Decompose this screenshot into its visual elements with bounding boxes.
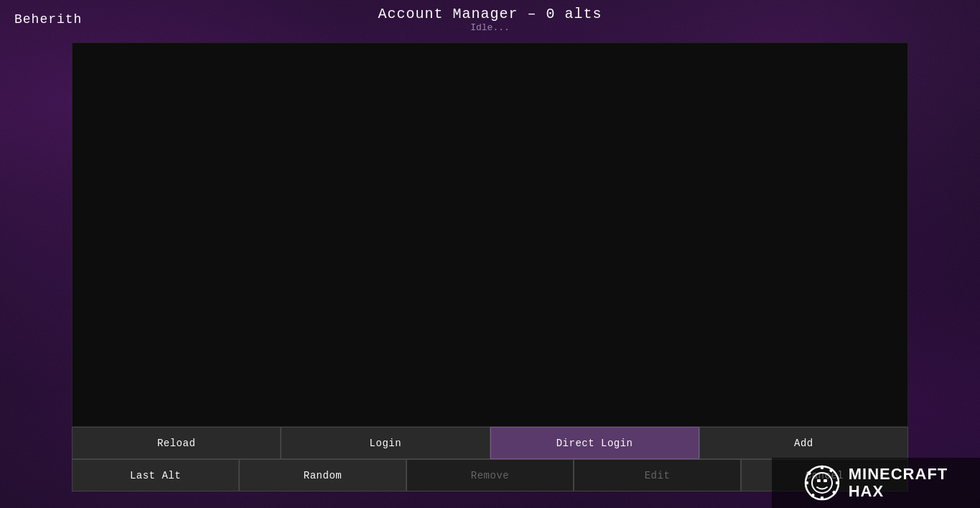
header: Beherith Account Manager – 0 alts Idle..… bbox=[0, 0, 980, 39]
main-title: Account Manager – 0 alts bbox=[378, 6, 602, 22]
svg-rect-4 bbox=[836, 481, 839, 484]
logo-line2: HAX bbox=[849, 483, 948, 500]
direct-login-button[interactable]: Direct Login bbox=[490, 427, 699, 459]
reload-button[interactable]: Reload bbox=[72, 427, 281, 459]
svg-point-9 bbox=[812, 473, 832, 493]
login-button[interactable]: Login bbox=[281, 427, 490, 459]
logo-icon bbox=[804, 465, 840, 501]
remove-button: Remove bbox=[406, 459, 574, 491]
logo-text: MINECRAFT HAX bbox=[849, 466, 948, 500]
logo-line1: MINECRAFT bbox=[849, 466, 948, 483]
svg-rect-3 bbox=[805, 481, 808, 484]
title-area: Account Manager – 0 alts Idle... bbox=[378, 6, 602, 33]
svg-rect-2 bbox=[821, 497, 823, 500]
status-text: Idle... bbox=[378, 22, 602, 33]
add-button[interactable]: Add bbox=[699, 427, 908, 459]
last-alt-button[interactable]: Last Alt bbox=[72, 459, 239, 491]
svg-rect-11 bbox=[823, 479, 827, 482]
account-list-panel bbox=[72, 42, 908, 427]
logo-area: MINECRAFT HAX bbox=[772, 458, 980, 508]
main-content: Reload Login Direct Login Add Last Alt R… bbox=[0, 39, 980, 508]
svg-point-0 bbox=[806, 466, 839, 499]
random-button[interactable]: Random bbox=[239, 459, 406, 491]
svg-rect-10 bbox=[817, 479, 821, 482]
main-container: Beherith Account Manager – 0 alts Idle..… bbox=[0, 0, 980, 508]
edit-button: Edit bbox=[574, 459, 741, 491]
svg-rect-1 bbox=[821, 466, 823, 469]
brand-name: Beherith bbox=[14, 12, 82, 27]
button-row-1: Reload Login Direct Login Add bbox=[72, 427, 908, 459]
